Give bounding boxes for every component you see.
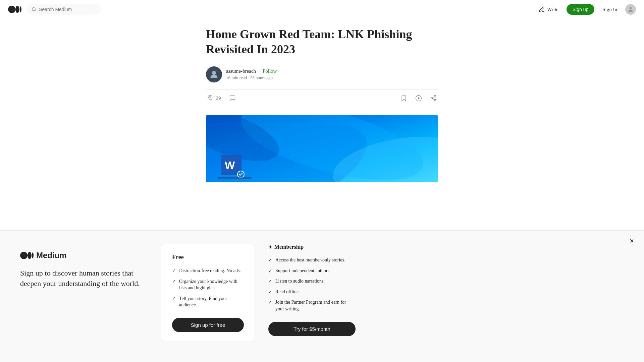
listen-button[interactable] [414, 94, 423, 103]
svg-marker-7 [418, 97, 420, 100]
avatar-icon [627, 6, 634, 13]
author-info: assume-breach · Follow 16 min read · 23 … [226, 68, 277, 80]
author-separator: · [259, 68, 260, 74]
actions-right [399, 94, 438, 103]
actions-left: 29 [206, 94, 237, 103]
svg-point-9 [431, 98, 433, 99]
search-bar[interactable] [27, 4, 101, 15]
article-hero-image: W [206, 115, 438, 182]
signin-link[interactable]: Sign In [602, 7, 617, 12]
svg-text:W: W [225, 159, 235, 171]
svg-point-4 [630, 7, 632, 9]
search-input[interactable] [39, 7, 96, 12]
clap-count: 29 [216, 96, 221, 101]
medium-logo[interactable] [8, 6, 21, 13]
article-actions: 29 [206, 89, 438, 107]
share-icon [430, 95, 437, 102]
share-button[interactable] [429, 94, 438, 103]
article-title: Home Grown Red Team: LNK Phishing Revisi… [206, 27, 438, 57]
clap-icon [207, 95, 214, 102]
search-icon [32, 7, 36, 12]
signup-button[interactable]: Sign up [567, 4, 594, 15]
svg-rect-22 [218, 177, 252, 179]
svg-point-5 [212, 71, 216, 75]
author-avatar[interactable] [206, 66, 222, 82]
read-time: 16 min read [226, 75, 247, 80]
main-content: Home Grown Red Team: LNK Phishing Revisi… [198, 0, 446, 196]
svg-line-11 [432, 99, 434, 100]
svg-point-10 [434, 99, 436, 101]
svg-point-1 [15, 6, 19, 13]
follow-button[interactable]: Follow [263, 68, 277, 74]
published-time: 23 hours ago [250, 75, 273, 80]
write-label: Write [547, 7, 558, 12]
write-icon [538, 6, 545, 13]
save-button[interactable] [399, 94, 409, 103]
author-row: assume-breach · Follow 16 min read · 23 … [206, 66, 438, 82]
author-name-row: assume-breach · Follow [226, 68, 277, 74]
clap-button[interactable]: 29 [206, 94, 222, 103]
svg-point-0 [8, 6, 15, 13]
hero-image-svg: W [206, 115, 438, 182]
navbar: Write Sign up Sign In [0, 0, 644, 19]
write-link[interactable]: Write [538, 6, 558, 13]
article-meta: 16 min read · 23 hours ago [226, 75, 277, 80]
save-icon [400, 95, 407, 102]
svg-point-8 [434, 96, 436, 97]
svg-point-3 [32, 8, 35, 11]
comment-icon [229, 95, 236, 102]
author-name[interactable]: assume-breach [226, 68, 256, 74]
author-avatar-icon [209, 70, 219, 79]
svg-line-12 [432, 97, 434, 98]
listen-icon [415, 95, 422, 102]
comment-button[interactable] [228, 94, 237, 103]
avatar[interactable] [625, 4, 636, 15]
svg-point-2 [20, 6, 21, 12]
nav-right: Write Sign up Sign In [538, 4, 636, 15]
